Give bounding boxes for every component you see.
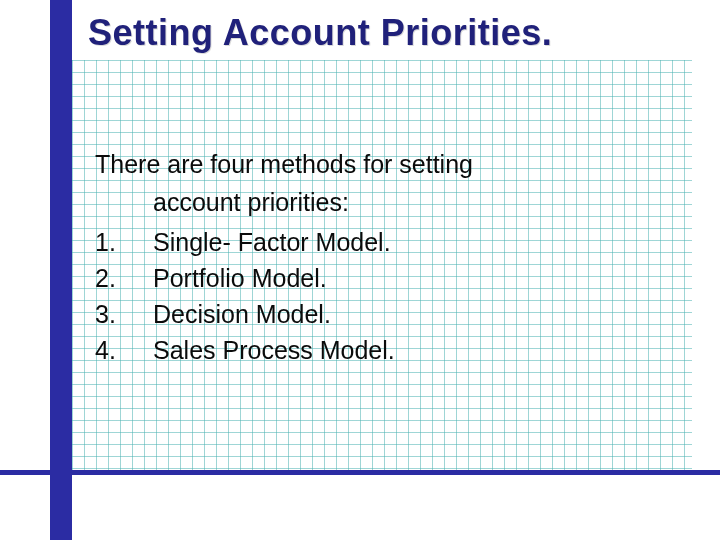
list-text: Single- Factor Model. <box>153 224 391 260</box>
methods-list: 1. Single- Factor Model. 2. Portfolio Mo… <box>95 224 655 369</box>
list-item: 3. Decision Model. <box>95 296 655 332</box>
bottom-accent-bar <box>0 470 720 475</box>
list-item: 1. Single- Factor Model. <box>95 224 655 260</box>
list-text: Portfolio Model. <box>153 260 327 296</box>
list-text: Decision Model. <box>153 296 331 332</box>
intro-text-line2: account priorities: <box>95 186 655 220</box>
list-number: 2. <box>95 260 153 296</box>
list-item: 2. Portfolio Model. <box>95 260 655 296</box>
list-number: 1. <box>95 224 153 260</box>
list-text: Sales Process Model. <box>153 332 395 368</box>
intro-text-line1: There are four methods for setting <box>95 148 655 182</box>
slide-title: Setting Account Priorities. <box>88 12 552 54</box>
left-accent-bar <box>50 0 72 540</box>
list-number: 4. <box>95 332 153 368</box>
list-item: 4. Sales Process Model. <box>95 332 655 368</box>
slide-body: There are four methods for setting accou… <box>95 148 655 369</box>
slide: Setting Account Priorities. There are fo… <box>0 0 720 540</box>
list-number: 3. <box>95 296 153 332</box>
